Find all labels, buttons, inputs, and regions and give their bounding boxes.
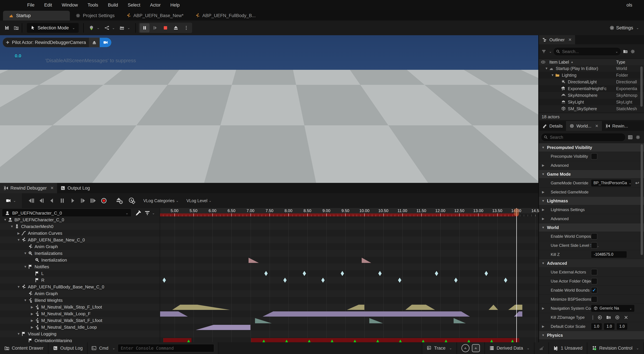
cmd-label[interactable]: Cmd [99,346,108,351]
expander-icon[interactable]: ▼ [16,238,21,242]
property-enable-world-compositi-[interactable]: Enable World Compositi... [539,232,644,241]
level-viewport[interactable]: ✈ Pilot Actor: RewindDebuggerCamera 0.0 … [0,35,538,183]
asset-tab-project-settings[interactable]: Project Settings [70,11,120,20]
nav-system-dropdown[interactable]: Generic Na⌄ [591,305,634,312]
menu-build[interactable]: Build [104,2,122,8]
menu-file[interactable]: File [24,2,38,8]
expander-icon[interactable]: ▼ [3,218,8,222]
tree-row-inertializations[interactable]: ▼Inertializations [0,250,538,257]
outliner-row-sm-skysphere[interactable]: SM_SkySphereStaticMesh [539,105,644,112]
camera-view-toggle[interactable] [100,38,112,47]
property-precompute-visibility[interactable]: Precompute Visibility [539,152,644,161]
timeline-playhead[interactable] [516,208,517,342]
outliner-row-lighting[interactable]: ▼LightingFolder [539,72,644,78]
details-scrollbar[interactable] [641,144,643,255]
chevron-down-icon[interactable]: ⌄ [152,211,155,215]
expander-icon[interactable]: ▶ [542,164,544,167]
expander-icon[interactable]: ▶ [542,217,544,220]
asset-tab-abp-uefn-base-new-[interactable]: ABP_UEFN_Base_New* [120,11,189,20]
bottom-tab-output-log[interactable]: Output Log [57,183,93,193]
expander-icon[interactable]: ▼ [542,262,545,265]
close-icon[interactable]: ✕ [568,38,572,42]
property-kill-z[interactable]: Kill Z-1048575.0 [539,250,644,259]
expander-icon[interactable]: ▶ [30,318,34,322]
expander-icon[interactable]: ▼ [542,172,545,176]
outliner-column-header[interactable]: Item Label ▲ Type [539,59,644,66]
outliner-row-exponentialheightfc[interactable]: ExponentialHeightFcExponentia [539,85,644,92]
property-minimize-bspsections[interactable]: Minimize BSPSections [539,295,644,304]
expander-icon[interactable]: ▶ [542,190,544,194]
menu-select[interactable]: Select [124,2,144,8]
tree-row-abp-uefn-fullbody-base-new-c-0[interactable]: ▼ABP_UEFN_FullBody_Base_New_C_0 [0,284,538,290]
outliner-row-directionallight[interactable]: DirectionalLightDirectionall [539,78,644,85]
outliner-scrollbar[interactable] [640,66,643,107]
reset-to-default-icon[interactable]: ↩ [635,180,639,186]
column-type[interactable]: Type [616,60,625,64]
expander-icon[interactable]: ▶ [30,312,34,316]
trace-button[interactable]: Trace ⌄ [422,342,456,354]
property-default-color-scale[interactable]: ▶Default Color Scale1.01.01.0 [539,322,644,331]
unsaved-button[interactable]: 1 Unsaved [549,342,587,354]
vlog-categories-button[interactable]: VLog Categories⌄ [143,198,179,203]
menu-tools[interactable]: Tools [84,2,102,8]
eject-button[interactable] [171,23,181,32]
expander-icon[interactable]: ▶ [30,305,34,309]
play-reverse-button[interactable] [47,196,57,206]
browse-content-icon[interactable] [14,25,19,30]
rewind-settings-icon[interactable] [128,197,136,204]
outliner-row-skyatmosphere[interactable]: SkyAtmosphereSkyAtmosp [539,92,644,99]
pause-button[interactable] [140,23,150,32]
property-matrix-icon[interactable] [627,135,633,140]
pause-button[interactable] [57,196,68,206]
debug-target-dropdown[interactable]: BP_UEFNCharacter_C_0 ⌄ [2,209,131,218]
checkbox[interactable] [591,296,597,302]
bottom-tab-rewind-debugger[interactable]: Rewind Debugger✕ [0,183,57,193]
property-kill-zdamage-type[interactable]: Kill ZDamage Type❙ [539,313,644,322]
tree-row-anim-graph[interactable]: Anim Graph [0,290,538,297]
frame-skip-button[interactable] [150,23,160,32]
section-world[interactable]: ▼World [539,223,644,232]
vector-component[interactable]: 1.0 [616,323,628,330]
clear-asset-icon[interactable] [624,315,628,320]
stop-button[interactable] [160,23,170,32]
outliner-search[interactable]: ⌄ [553,47,621,56]
expander-icon[interactable]: ▼ [16,332,21,336]
tab-outliner[interactable]: Outliner ✕ [539,35,575,44]
expander-icon[interactable]: ▼ [550,73,555,77]
asset-tab-startup[interactable]: Startup [3,11,70,20]
step-forward-button[interactable] [78,196,88,206]
section-game-mode[interactable]: ▼Game Mode [539,170,644,178]
checkbox[interactable] [591,269,597,275]
expander-icon[interactable]: ▶ [542,324,544,328]
expander-icon[interactable]: ▼ [542,146,545,149]
expander-icon[interactable]: ▼ [10,225,14,228]
content-drawer-button[interactable]: Content Drawer [0,342,48,354]
menu-help[interactable]: Help [166,2,184,8]
details-search-input[interactable] [550,135,623,140]
outliner-settings-gear-icon[interactable] [630,49,636,54]
outliner-row-startup-play-in-editor-[interactable]: ▼Startup (Play In Editor)World [539,65,644,72]
details-search[interactable] [541,133,626,142]
tree-row-inertialization[interactable]: Inertialization [0,257,538,264]
rewind-camera-mode[interactable]: ⌄ [0,193,22,208]
expander-icon[interactable]: ▼ [23,252,28,255]
tree-row-animation-curves[interactable]: ▶Animation Curves [0,230,538,236]
expander-icon[interactable]: ▶ [30,325,34,329]
chevron-down-icon[interactable]: ⌄ [112,346,115,350]
tree-row-blend-weights[interactable]: ▼Blend Weights [0,297,538,304]
tree-row-m-neutral-walk-stop-f-lfoot[interactable]: ▶M_Neutral_Walk_Stop_F_Lfoot [0,304,538,310]
section-precomputed-visibility[interactable]: ▼Precomputed Visibility [539,143,644,152]
checkbox[interactable] [591,242,597,249]
mannequin-character[interactable] [259,117,280,158]
property-use-external-actors[interactable]: Use External Actors [539,268,644,277]
property-use-actor-folder-objects[interactable]: Use Actor Folder Objects [539,277,644,286]
section-lightmass[interactable]: ▼Lightmass [539,197,644,205]
play-button[interactable] [68,196,78,206]
expander-icon[interactable]: ▼ [23,298,28,302]
play-options-menu[interactable] [182,23,191,32]
tree-row-l[interactable]: L [0,270,538,277]
checkbox[interactable] [591,233,597,240]
blueprints-button[interactable]: ⌄ [102,25,117,30]
chevron-down-icon[interactable]: ⌄ [549,50,552,54]
browse-asset-icon[interactable] [606,315,611,320]
